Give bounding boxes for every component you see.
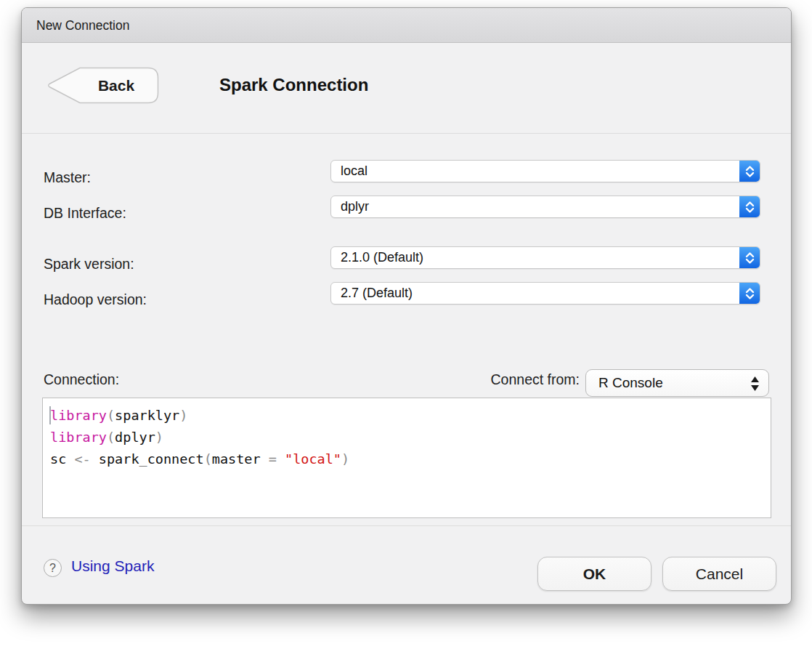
up-down-chevrons-icon <box>739 283 760 304</box>
code-line: library(dplyr) <box>50 427 763 448</box>
connect-from-select-value: R Console <box>598 370 663 396</box>
hadoop-version-label: Hadoop version: <box>44 291 147 308</box>
up-down-chevrons-icon <box>739 196 760 217</box>
master-label: Master: <box>44 169 91 186</box>
hadoop-version-select[interactable]: 2.7 (Default) <box>330 282 760 305</box>
connection-label: Connection: <box>44 371 119 388</box>
window-title: New Connection <box>36 8 129 43</box>
footer-divider <box>22 525 791 526</box>
text-caret <box>49 406 51 424</box>
master-select-value: local <box>341 161 734 182</box>
db-interface-select-value: dplyr <box>341 196 734 217</box>
up-down-triangles-icon <box>750 376 760 395</box>
spark-version-select[interactable]: 2.1.0 (Default) <box>330 246 760 269</box>
code-line: library(sparklyr) <box>50 405 763 427</box>
ok-button[interactable]: OK <box>537 557 651 591</box>
up-down-chevrons-icon <box>739 247 760 268</box>
spark-version-label: Spark version: <box>44 256 134 273</box>
up-down-chevrons-icon <box>739 161 760 182</box>
code-line: sc <- spark_connect(master = "local") <box>50 448 763 470</box>
connect-from-label: Connect from: <box>455 371 580 388</box>
connection-code-editor[interactable]: library(sparklyr) library(dplyr) sc <- s… <box>42 398 771 518</box>
new-connection-dialog: New Connection Back Spark Connection Mas… <box>21 7 792 605</box>
desktop-background: New Connection Back Spark Connection Mas… <box>0 0 812 657</box>
back-button-label: Back <box>81 67 152 104</box>
header-divider <box>22 133 791 134</box>
master-select[interactable]: local <box>330 160 760 182</box>
db-interface-select[interactable]: dplyr <box>330 196 760 218</box>
db-interface-label: DB Interface: <box>44 205 126 222</box>
spark-version-select-value: 2.1.0 (Default) <box>341 247 734 268</box>
help-icon[interactable]: ? <box>44 559 62 577</box>
page-title: Spark Connection <box>219 75 368 95</box>
connect-from-select[interactable]: R Console <box>585 369 769 397</box>
back-button[interactable]: Back <box>47 67 159 104</box>
using-spark-link[interactable]: Using Spark <box>71 557 154 575</box>
hadoop-version-select-value: 2.7 (Default) <box>341 283 734 304</box>
cancel-button[interactable]: Cancel <box>662 557 776 591</box>
titlebar[interactable]: New Connection <box>22 8 791 43</box>
